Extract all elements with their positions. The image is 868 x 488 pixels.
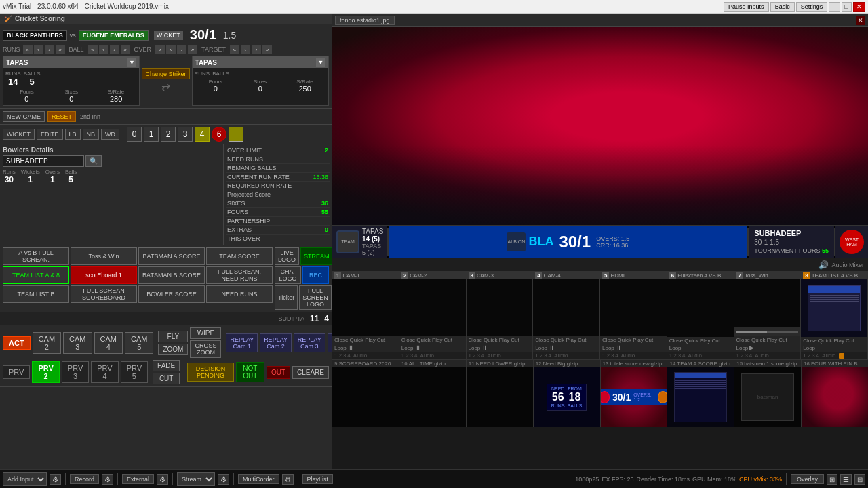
- decision-pending-btn[interactable]: DECISION PENDING: [187, 363, 234, 382]
- clip-2-loop[interactable]: Loop: [401, 344, 414, 351]
- runs-fwd-btn[interactable]: ›: [45, 45, 54, 54]
- score-3-btn[interactable]: 3: [178, 127, 193, 142]
- ticker-btn[interactable]: Ticker: [275, 285, 298, 310]
- clip-6-loop[interactable]: Loop: [669, 345, 682, 351]
- fly-btn[interactable]: FLY: [158, 331, 188, 342]
- runs-next-btn[interactable]: »: [56, 45, 65, 54]
- target-fwd-btn[interactable]: ›: [252, 45, 261, 54]
- cha-logo-btn[interactable]: CHA-LOGO: [275, 266, 301, 284]
- clip-3-close[interactable]: Close: [469, 337, 482, 343]
- clip-5-close[interactable]: Close: [602, 337, 616, 343]
- team-list-ab-btn[interactable]: TEAM LIST A & 8: [3, 266, 69, 284]
- cam2-btn[interactable]: CAM 2: [33, 332, 61, 354]
- clip-3-loop[interactable]: Loop: [469, 344, 481, 351]
- batsman-b-btn[interactable]: BATSMAN B SCORE: [138, 266, 205, 284]
- over-back-btn[interactable]: ‹: [166, 45, 176, 54]
- team-list-b-btn[interactable]: TEAM LIST B: [3, 285, 69, 303]
- bowler-score-btn[interactable]: BOWLER SCORE: [138, 285, 205, 303]
- clip-2-close[interactable]: Close: [401, 337, 415, 343]
- clip-7-loop[interactable]: Loop: [736, 344, 749, 351]
- clip-6-close[interactable]: Close: [669, 338, 683, 344]
- replay-cam3-btn[interactable]: REPLAY Cam 3: [294, 333, 326, 352]
- toss-win-btn[interactable]: Toss & Win: [71, 247, 137, 265]
- clip-7-quickplay[interactable]: Quick Play: [751, 337, 777, 343]
- clip-8-close[interactable]: Close: [803, 338, 816, 344]
- clip-2-cut[interactable]: Cut: [443, 337, 452, 343]
- full-screan-need-btn[interactable]: FULL SCREAN. NEED RUNS: [206, 266, 273, 284]
- overlay-btn[interactable]: Overlay: [791, 474, 824, 484]
- clip-3-pause[interactable]: ⏸: [481, 344, 488, 351]
- team-score-btn[interactable]: TEAM SCORE: [206, 247, 273, 265]
- edite-btn[interactable]: EDITE: [37, 129, 63, 140]
- external-settings-btn[interactable]: ⚙: [157, 474, 168, 485]
- cut-btn[interactable]: CUT: [153, 373, 180, 384]
- zoom-btn[interactable]: ZOOM: [158, 344, 188, 355]
- full-screan-scoreboard-btn[interactable]: FULL SCREAN SCOREBOARD: [71, 285, 137, 303]
- settings-button[interactable]: Settings: [796, 2, 828, 12]
- clip-2-quickplay[interactable]: Quick Play: [416, 337, 442, 343]
- clip-8-quickplay[interactable]: Quick Play: [818, 338, 844, 344]
- prv4-btn[interactable]: PRV 4: [91, 361, 118, 383]
- clip-7-cut[interactable]: Cut: [778, 337, 787, 343]
- over-fwd-btn[interactable]: ›: [177, 45, 186, 54]
- score-1-btn[interactable]: 1: [144, 127, 159, 142]
- cleare-btn[interactable]: CLEARE: [292, 366, 329, 379]
- clip-4-quickplay[interactable]: Quick Play: [551, 337, 576, 343]
- playlist-btn[interactable]: PlayList: [302, 474, 334, 484]
- add-input-settings-btn[interactable]: ⚙: [50, 474, 61, 485]
- minimize-button[interactable]: ─: [829, 2, 840, 12]
- list-view-btn[interactable]: ☰: [840, 474, 852, 485]
- basic-button[interactable]: Basic: [770, 2, 795, 12]
- clip-5-cut[interactable]: Cut: [645, 337, 653, 343]
- clip-3-quickplay[interactable]: Quick Play: [484, 337, 509, 343]
- fondo-close-btn[interactable]: ✕: [856, 16, 865, 25]
- nb-btn[interactable]: NB: [83, 129, 100, 140]
- target-next-btn[interactable]: »: [262, 45, 272, 54]
- score-0-btn[interactable]: 0: [127, 127, 142, 142]
- pause-inputs-button[interactable]: Pause Inputs: [724, 2, 769, 12]
- clip-5-pause[interactable]: ⏸: [616, 344, 622, 351]
- a-vs-b-btn[interactable]: A Vs B FULL SCREAN.: [3, 247, 69, 265]
- cam3-btn[interactable]: CAM 3: [63, 332, 92, 354]
- wd-btn[interactable]: WD: [101, 129, 119, 140]
- scoreboard1-btn[interactable]: scorEboard 1: [71, 266, 137, 284]
- stream-select[interactable]: Stream: [177, 472, 215, 486]
- record-btn[interactable]: Record: [70, 474, 99, 484]
- clip-4-pause[interactable]: ⏸: [549, 344, 555, 351]
- clip-1-cut[interactable]: Cut: [377, 337, 385, 343]
- record-settings-btn[interactable]: ⚙: [102, 474, 113, 485]
- clip-1-pause[interactable]: ⏸: [348, 344, 354, 351]
- cam4-btn[interactable]: CAM 4: [94, 332, 123, 354]
- target-prev-btn[interactable]: «: [230, 45, 239, 54]
- clip-1-quickplay[interactable]: Quick Play: [349, 337, 375, 343]
- close-button[interactable]: ✕: [853, 2, 865, 12]
- clip-1-loop[interactable]: Loop: [334, 344, 347, 351]
- clip-3-cut[interactable]: Cut: [511, 337, 519, 343]
- batsman-a-btn[interactable]: BATSMAN A SCORE: [138, 247, 205, 265]
- bowler-name-input[interactable]: [3, 155, 84, 167]
- stream-settings-btn[interactable]: ⚙: [218, 474, 229, 485]
- new-game-btn[interactable]: NEW GAME: [3, 111, 45, 122]
- prv-btn[interactable]: PRV: [3, 365, 30, 379]
- full-screen-logo-btn[interactable]: FULL SCREEN LOGO: [299, 285, 332, 310]
- replay-cam2-btn[interactable]: REPLAY Cam 2: [260, 333, 292, 352]
- clip-4-cut[interactable]: Cut: [578, 337, 586, 343]
- external-btn[interactable]: External: [122, 474, 154, 484]
- clip-4-close[interactable]: Close: [535, 337, 549, 343]
- prv3-btn[interactable]: PRV 3: [62, 361, 89, 383]
- score-6-btn[interactable]: 6: [212, 127, 226, 142]
- clip-6-quickplay[interactable]: Quick Play: [684, 338, 710, 344]
- clip-8-loop[interactable]: Loop: [803, 345, 815, 351]
- change-striker-btn[interactable]: Change Striker: [142, 68, 189, 79]
- team-a-expand-btn[interactable]: ▼: [127, 58, 136, 67]
- need-runs-btn[interactable]: NEED RUNS: [206, 285, 273, 303]
- add-input-select[interactable]: Add Input: [3, 472, 47, 486]
- wicket-btn[interactable]: WICKET: [3, 129, 35, 140]
- score-2-btn[interactable]: 2: [161, 127, 176, 142]
- clip-7-close[interactable]: Close: [736, 337, 750, 343]
- maximize-button[interactable]: □: [842, 2, 852, 12]
- grid-view-btn[interactable]: ⊞: [827, 474, 837, 485]
- clip-5-loop[interactable]: Loop: [602, 344, 614, 351]
- team-b-expand-btn[interactable]: ▼: [316, 58, 326, 67]
- lb-btn[interactable]: LB: [65, 129, 81, 140]
